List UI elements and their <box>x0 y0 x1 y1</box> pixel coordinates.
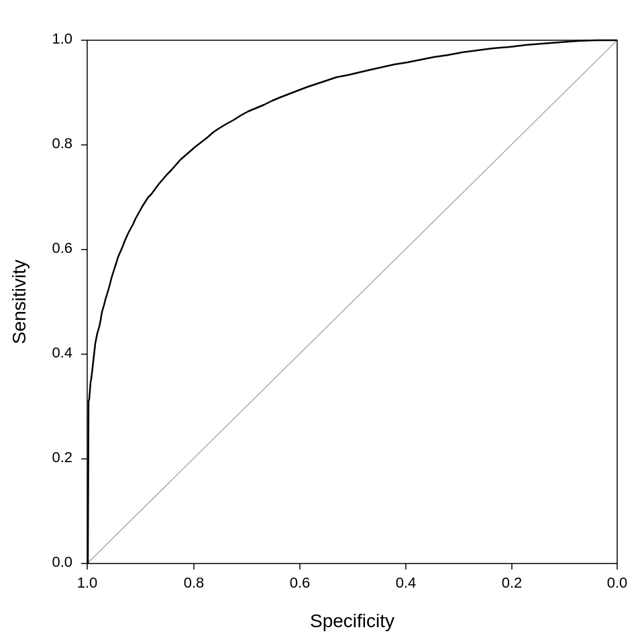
y-label-00: 0.0 <box>52 553 72 570</box>
y-label-04: 0.4 <box>52 344 72 361</box>
x-label-02: 0.2 <box>502 574 523 591</box>
y-label-10: 1.0 <box>52 30 72 47</box>
x-axis-title: Specificity <box>310 610 394 631</box>
x-label-06: 0.6 <box>290 574 311 591</box>
y-axis-title: Sensitivity <box>9 260 30 344</box>
y-label-02: 0.2 <box>52 449 72 466</box>
chart-container: 0.0 0.2 0.4 0.6 0.8 1.0 1.0 0.8 0.6 0.4 … <box>0 0 644 644</box>
x-label-00: 0.0 <box>607 574 628 591</box>
roc-chart: 0.0 0.2 0.4 0.6 0.8 1.0 1.0 0.8 0.6 0.4 … <box>0 0 644 644</box>
y-label-08: 0.8 <box>52 135 72 152</box>
x-label-10: 1.0 <box>77 574 98 591</box>
x-label-08: 0.8 <box>184 574 205 591</box>
y-label-06: 0.6 <box>52 239 72 256</box>
x-label-04: 0.4 <box>396 574 417 591</box>
